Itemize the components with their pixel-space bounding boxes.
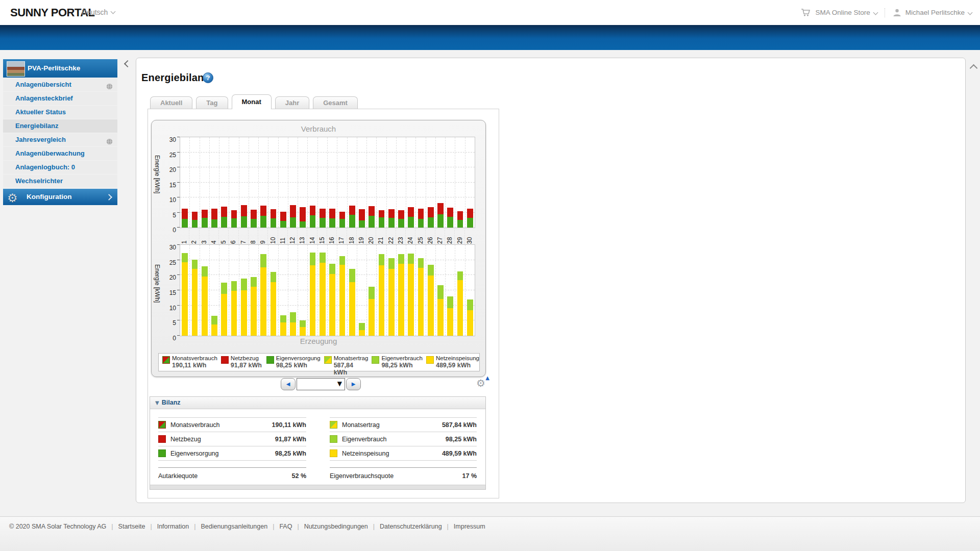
footer-separator: | [111,523,113,530]
stacked-bar [349,137,355,228]
footer-link-impressum[interactable]: Impressum [454,523,485,530]
x-tick-cell: 15 [317,228,327,244]
help-icon[interactable]: ? [203,72,213,83]
bilanz-color-icon [330,449,337,457]
footer-separator: | [150,523,152,530]
legend-color-icon [426,356,434,364]
footer-link-information[interactable]: Information [157,523,189,530]
day-slot [288,137,298,228]
bilanz-row-label: Netzeinspeisung [342,450,442,457]
bar-segment-netzeinspeisung [339,265,346,336]
bar-segment-netzeinspeisung [359,330,365,336]
bilanz-quote-label: Eigenverbrauchsquote [330,472,462,480]
footer-link-nutzungsbedingungen[interactable]: Nutzungsbedingungen [304,523,368,530]
sidebar-item-konfiguration[interactable]: ⚙ Konfiguration [3,189,117,205]
bilanz-color-icon [158,449,166,457]
chart-settings-button[interactable]: ⚙ ▲ [476,377,488,389]
tab-jahr[interactable]: Jahr [275,96,309,109]
footer-link-faq[interactable]: FAQ [279,523,292,530]
plant-header[interactable]: PVA-Perlitschke [3,59,117,78]
content-card: Energiebilanz ? AktuellTagMonatJahrGesam… [136,58,966,503]
sidebar-item-energiebilanz[interactable]: Energiebilanz [3,119,117,133]
bar-segment-eigenverbrauch [182,253,188,262]
tab-panel: Verbrauch 051015202530 Energie [kWh] 123… [148,109,499,498]
bilanz-header[interactable]: ▼Bilanz [150,397,485,409]
stacked-bar [271,137,277,228]
sidebar-item-anlagenlogbuch-0[interactable]: Anlagenlogbuch: 0 [3,161,117,174]
footer-link-bedienungsanleitungen[interactable]: Bedienungsanleitungen [201,523,267,530]
legend-item-eigenversorgung: Eigenversorgung98,25 kWh [263,354,321,371]
sma-online-store-link[interactable]: SMA Online Store [801,8,877,17]
bar-segment-eigenverbrauch [280,315,286,322]
user-menu[interactable]: Michael Perlitschke [893,8,972,17]
tab-tag[interactable]: Tag [196,96,228,109]
bilanz-quote-label: Autarkiequote [158,472,292,480]
bilanz-row-monatsverbrauch: Monatsverbrauch190,11 kWh [158,417,306,432]
bilanz-title: Bilanz [162,399,181,406]
bar-segment-eigenversorgung [182,219,188,228]
stacked-bar [359,137,365,228]
x-axis-day-labels: 1234567891011121314151617181920212223242… [180,228,474,244]
stacked-bar [329,245,335,336]
bar-segment-eigenverbrauch [251,277,257,287]
day-slot [209,137,219,228]
day-slot [366,245,376,336]
day-slot [268,137,278,228]
sidebar-item-anlagen-bersicht[interactable]: Anlagenübersicht [3,78,117,91]
bilanz-row-label: Eigenverbrauch [342,436,446,443]
month-select[interactable]: ▼ [297,378,345,390]
x-tick-cell: 4 [209,228,218,244]
next-month-button[interactable]: ▶ [346,378,361,390]
bar-segment-netzbezug [280,212,286,221]
y-tick-mark [177,197,180,197]
sidebar-item-jahresvergleich[interactable]: Jahresvergleich [3,133,117,146]
x-tick-label: 30 [466,229,473,244]
sidebar-item-anlagensteckbrief[interactable]: Anlagensteckbrief [3,92,117,105]
arrow-up-icon: ▲ [485,375,489,381]
x-tick-cell: 27 [435,228,445,244]
x-tick-label: 4 [210,229,217,244]
sidebar-item-aktueller-status[interactable]: Aktueller Status [3,106,117,119]
previous-month-button[interactable]: ◀ [281,378,296,390]
stacked-bar [408,245,414,336]
legend-value: 98,25 kWh [276,362,321,369]
bar-segment-netzeinspeisung [329,274,335,336]
x-tick-label: 26 [427,229,434,244]
bars-layer [180,137,475,228]
language-selector[interactable]: Deutsch [82,8,115,16]
bar-segment-netzbezug [349,206,355,215]
y-tick-mark [177,244,180,245]
tab-aktuell[interactable]: Aktuell [150,96,192,109]
bar-segment-eigenversorgung [320,218,326,228]
day-slot [229,245,238,336]
bar-segment-netzeinspeisung [379,265,385,336]
tab-monat[interactable]: Monat [232,94,272,109]
bilanz-color-icon [158,435,166,443]
sidebar-item-anlagen-berwachung[interactable]: Anlagenüberwachung [3,147,117,160]
x-tick-cell: 6 [228,228,238,244]
bar-segment-netzeinspeisung [457,280,463,336]
day-slot [278,137,288,228]
sidebar-item-wechselrichter[interactable]: Wechselrichter [3,174,117,188]
footer-link-startseite[interactable]: Startseite [118,523,145,530]
stacked-bar [211,137,217,228]
x-tick-label: 29 [456,229,463,244]
tab-gesamt[interactable]: Gesamt [313,96,358,109]
erzeugung-plot: 051015202530 [180,244,475,336]
chevron-down-icon [873,10,878,15]
collapse-sidebar-button[interactable] [122,59,132,68]
x-tick-cell: 10 [267,228,277,244]
dropdown-arrow-icon: ▼ [337,380,342,387]
bar-segment-eigenversorgung [310,215,316,228]
y-tick-mark [177,290,180,290]
footer-separator: | [297,523,299,530]
stacked-bar [202,245,208,336]
day-slot [278,245,288,336]
bar-segment-eigenverbrauch [418,258,424,267]
sidebar-menu: AnlagenübersichtAnlagensteckbriefAktuell… [3,78,117,188]
footer-link-datenschutzerkl-rung[interactable]: Datenschutzerklärung [380,523,442,530]
bar-segment-netzbezug [398,210,404,219]
x-tick-cell: 22 [386,228,396,244]
scroll-top-button[interactable] [969,62,978,71]
day-slot [200,137,209,228]
